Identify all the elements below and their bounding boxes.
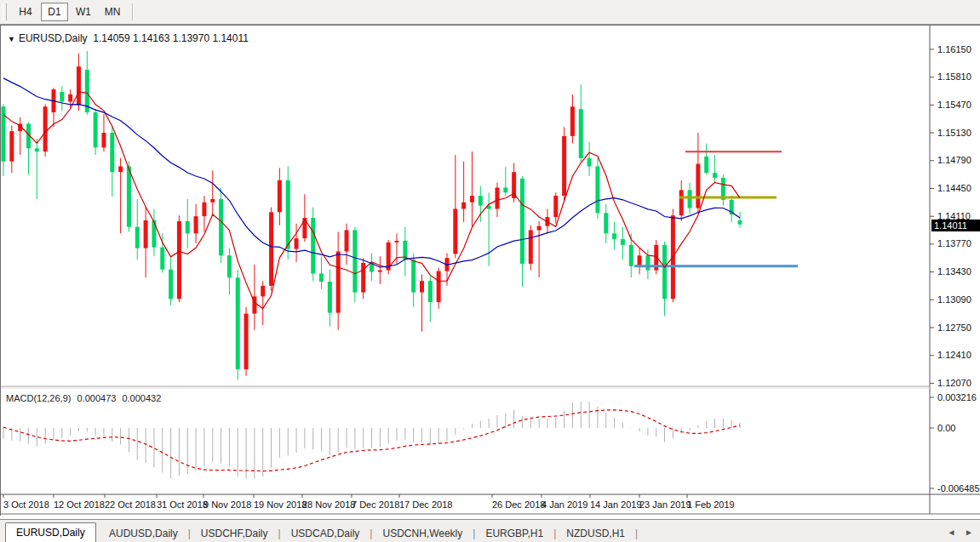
macd-scale-label: -0.006485 [937, 483, 980, 494]
date-tick-label: 23 Jan 2019 [639, 499, 691, 510]
date-tick-label: 12 Oct 2018 [54, 499, 105, 510]
symbol-tab-bar: EURUSD,Daily AUDUSD,Daily | USDCHF,Daily… [0, 519, 980, 542]
tab-eurgbp-h1[interactable]: EURGBP,H1 [475, 525, 553, 542]
chart-window[interactable]: ▼EURUSD,Daily 1.14059 1.14163 1.13970 1.… [0, 25, 980, 516]
chart-ohlc-values: 1.14059 1.14163 1.13970 1.14011 [93, 32, 249, 44]
chart-title: ▼EURUSD,Daily 1.14059 1.14163 1.13970 1.… [8, 32, 249, 44]
tab-nzdusd-h1[interactable]: NZDUSD,H1 [556, 525, 635, 542]
date-tick-label: 17 Dec 2018 [399, 499, 452, 510]
tab-scroll-left-icon[interactable]: ◄ [947, 528, 955, 537]
timeframe-toolbar: H4 D1 W1 MN [0, 0, 980, 25]
timeframe-button-d1[interactable]: D1 [41, 3, 68, 21]
date-tick-label: 3 Oct 2018 [3, 499, 49, 510]
tab-separator: | [635, 525, 638, 542]
symbol-dropdown-icon[interactable]: ▼ [8, 35, 15, 43]
timeframe-button-w1[interactable]: W1 [70, 3, 97, 21]
date-tick-label: 31 Oct 2018 [157, 499, 208, 510]
tab-usdcnh-weekly[interactable]: USDCNH,Weekly [372, 525, 473, 542]
date-tick-label: 22 Oct 2018 [105, 499, 156, 510]
tab-usdchf-daily[interactable]: USDCHF,Daily [191, 525, 278, 542]
chart-symbol-label: EURUSD,Daily [19, 32, 88, 44]
date-tick-label: 26 Dec 2018 [492, 499, 545, 510]
price-tick-label: 1.12750 [937, 322, 971, 333]
tab-audusd-daily[interactable]: AUDUSD,Daily [99, 525, 188, 542]
macd-signal-value: 0.000432 [122, 393, 161, 403]
macd-scale-label: 0.003216 [937, 392, 977, 402]
toolbar-separator [132, 3, 134, 20]
price-tick-label: 1.12070 [937, 378, 971, 388]
current-price-tag: 1.14011 [931, 220, 980, 231]
date-tick-label: 19 Nov 2018 [254, 499, 307, 510]
macd-name: MACD(12,26,9) [6, 393, 71, 403]
timeframe-button-mn[interactable]: MN [99, 3, 126, 21]
date-tick-label: 14 Jan 2019 [590, 499, 642, 510]
price-tick-label: 1.13770 [937, 238, 971, 248]
price-tick-label: 1.16150 [937, 44, 971, 54]
price-tick-label: 1.13430 [937, 266, 971, 277]
price-tick-label: 1.12410 [937, 350, 971, 360]
price-tick-label: 1.15470 [937, 100, 971, 110]
price-tick-label: 1.14790 [937, 155, 971, 165]
date-tick-label: 1 Feb 2019 [687, 499, 735, 510]
tab-scroll-arrows: ◄ ► [940, 522, 973, 542]
toolbar-grip-icon[interactable] [3, 3, 7, 20]
date-tick-label: 7 Dec 2018 [352, 499, 399, 510]
macd-indicator-label: MACD(12,26,9) 0.000473 0.000432 [6, 393, 164, 403]
tab-usdcad-daily[interactable]: USDCAD,Daily [281, 525, 370, 542]
price-tick-label: 1.13090 [937, 294, 971, 305]
date-tick-label: 4 Jan 2019 [542, 499, 587, 510]
trading-terminal: H4 D1 W1 MN ▼EURUSD,Daily 1.14059 1.1416… [0, 0, 980, 542]
price-tick-label: 1.15130 [937, 128, 971, 138]
tab-eurusd-daily[interactable]: EURUSD,Daily [5, 522, 96, 542]
price-tick-label: 1.15810 [937, 71, 971, 82]
price-tick-label: 1.14450 [937, 183, 971, 193]
timeframe-button-h4[interactable]: H4 [12, 3, 39, 21]
date-tick-label: 28 Nov 2018 [302, 499, 355, 510]
price-tick-label: 1.14110 [937, 211, 971, 221]
date-tick-label: 9 Nov 2018 [203, 499, 251, 510]
macd-scale-label: 0.00 [937, 423, 955, 433]
tab-scroll-right-icon[interactable]: ► [965, 528, 973, 537]
macd-main-value: 0.000473 [77, 393, 116, 403]
